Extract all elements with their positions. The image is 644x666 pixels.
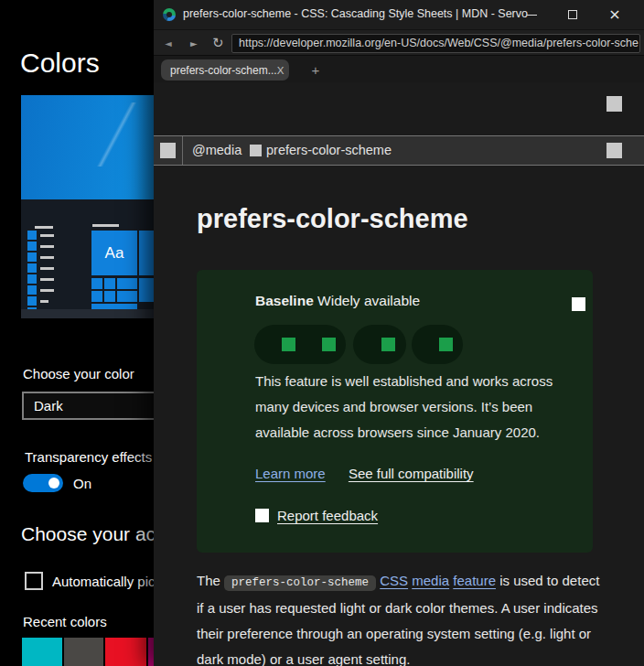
reload-button[interactable]: ↻ bbox=[212, 30, 224, 56]
minimize-icon bbox=[527, 15, 537, 16]
tab-label: prefers-color-schem... bbox=[161, 64, 277, 77]
baseline-widget: Baseline Widely available This feature i… bbox=[197, 270, 593, 553]
choose-color-label: Choose your color bbox=[23, 366, 134, 381]
header-image-placeholder bbox=[606, 96, 622, 112]
baseline-description: This feature is well established and wor… bbox=[255, 369, 575, 446]
color-mode-value: Dark bbox=[34, 398, 63, 414]
auto-pick-checkbox[interactable] bbox=[25, 572, 43, 590]
check-icon bbox=[322, 338, 336, 351]
check-icon bbox=[439, 338, 453, 351]
forward-button[interactable]: ► bbox=[190, 30, 198, 56]
screen: Colors Aa bbox=[0, 0, 644, 666]
feedback-image-placeholder-icon bbox=[255, 509, 269, 522]
page-content: @media prefers-color-scheme prefers-colo… bbox=[154, 82, 644, 666]
tab-close-icon[interactable]: X bbox=[277, 65, 293, 76]
recent-color-swatch-gray[interactable] bbox=[64, 638, 103, 666]
intro-lead: The bbox=[197, 573, 220, 588]
preview-tile bbox=[117, 291, 137, 302]
media-link[interactable]: media bbox=[412, 573, 449, 588]
learn-more-link[interactable]: Learn more bbox=[255, 466, 326, 481]
breadcrumb-separator-placeholder-icon bbox=[250, 145, 262, 156]
accent-color-heading: Choose your acc bbox=[21, 523, 166, 545]
report-feedback-link[interactable]: Report feedback bbox=[277, 508, 378, 523]
baseline-links: Learn more See full compatibility bbox=[255, 466, 474, 481]
preview-line bbox=[92, 224, 119, 227]
tab-prefers-color-scheme[interactable]: prefers-color-schem... X bbox=[161, 59, 289, 81]
preview-line bbox=[40, 267, 54, 270]
preview-line bbox=[40, 234, 54, 237]
preview-tile bbox=[104, 278, 115, 289]
browser-support-chrome-edge bbox=[254, 325, 346, 364]
preview-menu-item bbox=[27, 231, 37, 240]
breadcrumb-item-media[interactable]: @media bbox=[192, 136, 242, 165]
recent-color-swatch-teal[interactable] bbox=[22, 638, 62, 666]
baseline-label: Baseline bbox=[255, 293, 314, 308]
url-bar[interactable]: https://developer.mozilla.org/en-US/docs… bbox=[231, 34, 640, 53]
divider bbox=[182, 136, 183, 165]
feature-link[interactable]: feature bbox=[453, 573, 496, 588]
maximize-button[interactable] bbox=[557, 0, 588, 29]
see-full-compatibility-link[interactable]: See full compatibility bbox=[349, 466, 474, 481]
preview-tile-aa: Aa bbox=[91, 231, 137, 275]
breadcrumb-item-current[interactable]: prefers-color-scheme bbox=[266, 136, 392, 165]
preview-menu-item bbox=[27, 274, 37, 284]
preview-tile bbox=[117, 278, 137, 289]
sidebar-toggle-placeholder-icon[interactable] bbox=[160, 143, 176, 158]
browser-titlebar: prefers-color-scheme - CSS: Cascading St… bbox=[154, 0, 644, 29]
preview-line bbox=[40, 289, 54, 292]
breadcrumb-right-placeholder-icon bbox=[606, 143, 622, 158]
preview-line bbox=[40, 245, 54, 248]
new-tab-button[interactable]: + bbox=[306, 59, 326, 81]
browser-support-safari bbox=[412, 325, 463, 364]
inline-code: prefers-color-scheme bbox=[224, 575, 376, 591]
baseline-chevron-placeholder-icon[interactable] bbox=[572, 297, 585, 311]
preview-tile bbox=[91, 278, 102, 289]
page-title: Colors bbox=[20, 48, 100, 79]
preview-tile bbox=[91, 291, 102, 302]
browser-tabbar: prefers-color-schem... X + bbox=[154, 55, 644, 82]
preview-menu-item bbox=[27, 285, 37, 295]
preview-line bbox=[35, 226, 53, 229]
browser-support-firefox bbox=[353, 325, 406, 364]
css-link[interactable]: CSS bbox=[380, 573, 408, 588]
close-icon: × bbox=[608, 7, 620, 22]
toggle-knob bbox=[48, 478, 59, 489]
recent-color-swatch-red[interactable] bbox=[105, 638, 146, 666]
baseline-status: Widely available bbox=[317, 293, 420, 308]
preview-tile-label: Aa bbox=[105, 244, 124, 263]
transparency-label: Transparency effects bbox=[25, 449, 152, 465]
window-title: prefers-color-scheme - CSS: Cascading St… bbox=[183, 7, 528, 20]
close-button[interactable]: × bbox=[599, 0, 630, 29]
breadcrumb: @media prefers-color-scheme bbox=[154, 135, 644, 166]
browser-window: prefers-color-scheme - CSS: Cascading St… bbox=[154, 0, 644, 666]
maximize-icon bbox=[568, 10, 577, 19]
check-icon bbox=[282, 338, 295, 351]
preview-line bbox=[40, 300, 48, 303]
intro-paragraph: The prefers-color-scheme CSS media featu… bbox=[197, 568, 608, 666]
check-icon bbox=[381, 338, 395, 351]
preview-menu-item bbox=[27, 296, 37, 306]
minimize-button[interactable] bbox=[516, 0, 547, 29]
preview-tile bbox=[104, 291, 115, 302]
auto-pick-label: Automatically pick bbox=[52, 574, 162, 589]
report-feedback-row: Report feedback bbox=[255, 508, 378, 523]
preview-line bbox=[40, 256, 54, 259]
transparency-state: On bbox=[73, 476, 91, 491]
servo-logo-icon bbox=[163, 8, 176, 21]
transparency-toggle[interactable] bbox=[23, 474, 63, 492]
back-button[interactable]: ◄ bbox=[165, 30, 172, 56]
recent-colors-label: Recent colors bbox=[23, 614, 107, 629]
article-heading: prefers-color-scheme bbox=[197, 204, 468, 234]
preview-menu-item bbox=[27, 242, 37, 251]
browser-navbar: ◄ ► ↻ https://developer.mozilla.org/en-U… bbox=[154, 29, 644, 55]
preview-menu-item bbox=[27, 252, 37, 262]
baseline-header: Baseline Widely available bbox=[255, 293, 420, 309]
preview-line bbox=[40, 278, 54, 281]
preview-menu-item bbox=[27, 263, 37, 273]
